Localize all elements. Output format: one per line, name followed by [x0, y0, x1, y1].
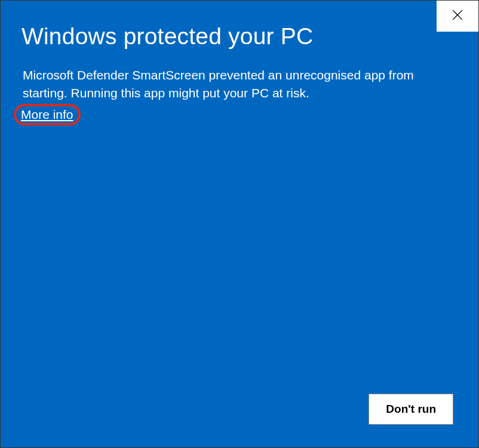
close-icon — [452, 10, 463, 23]
dialog-message: Microsoft Defender SmartScreen prevented… — [1, 50, 478, 103]
button-row: Don't run — [369, 394, 453, 425]
more-info-highlight: More info — [16, 106, 78, 123]
smartscreen-dialog: Windows protected your PC Microsoft Defe… — [0, 0, 479, 448]
close-button[interactable] — [437, 1, 478, 32]
more-info-link[interactable]: More info — [16, 106, 78, 123]
dont-run-button[interactable]: Don't run — [369, 394, 453, 425]
dialog-title: Windows protected your PC — [1, 1, 478, 50]
